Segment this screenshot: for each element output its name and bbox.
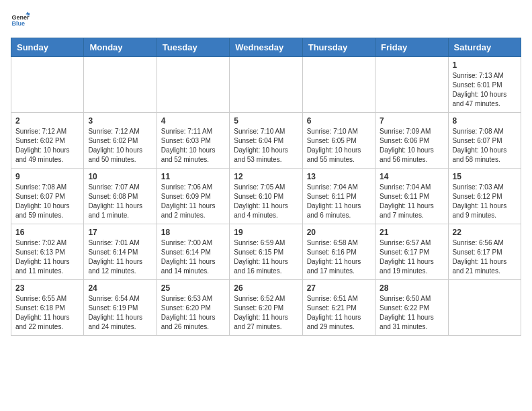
day-number: 6 — [307, 116, 371, 126]
day-number: 25 — [161, 283, 225, 293]
calendar-cell: 2Sunrise: 7:12 AM Sunset: 6:02 PM Daylig… — [11, 113, 84, 169]
calendar-cell: 14Sunrise: 7:04 AM Sunset: 6:11 PM Dayli… — [375, 169, 448, 224]
calendar-cell: 16Sunrise: 7:02 AM Sunset: 6:13 PM Dayli… — [11, 224, 84, 280]
calendar-week-1: 1Sunrise: 7:13 AM Sunset: 6:01 PM Daylig… — [11, 57, 521, 113]
day-number: 5 — [234, 116, 298, 126]
day-info: Sunrise: 7:01 AM Sunset: 6:14 PM Dayligh… — [88, 238, 152, 276]
day-number: 16 — [15, 228, 79, 237]
day-info: Sunrise: 6:52 AM Sunset: 6:20 PM Dayligh… — [234, 294, 298, 332]
calendar-table: SundayMondayTuesdayWednesdayThursdayFrid… — [11, 38, 521, 336]
calendar-cell: 19Sunrise: 6:59 AM Sunset: 6:15 PM Dayli… — [230, 224, 302, 280]
day-number: 19 — [234, 228, 298, 237]
calendar-cell — [157, 57, 229, 113]
col-header-monday: Monday — [84, 38, 157, 57]
day-number: 22 — [453, 228, 517, 237]
day-number: 2 — [15, 116, 79, 126]
day-number: 14 — [380, 172, 443, 181]
calendar-cell — [11, 57, 84, 113]
day-info: Sunrise: 6:51 AM Sunset: 6:21 PM Dayligh… — [307, 294, 371, 332]
calendar-cell: 20Sunrise: 6:58 AM Sunset: 6:16 PM Dayli… — [302, 224, 375, 280]
calendar-cell: 7Sunrise: 7:09 AM Sunset: 6:06 PM Daylig… — [375, 113, 448, 169]
calendar-cell: 18Sunrise: 7:00 AM Sunset: 6:14 PM Dayli… — [157, 224, 229, 280]
calendar-cell: 15Sunrise: 7:03 AM Sunset: 6:12 PM Dayli… — [448, 169, 521, 224]
day-number: 23 — [15, 283, 79, 293]
calendar-cell: 28Sunrise: 6:50 AM Sunset: 6:22 PM Dayli… — [375, 280, 448, 336]
day-info: Sunrise: 6:57 AM Sunset: 6:17 PM Dayligh… — [380, 238, 443, 276]
calendar-cell: 9Sunrise: 7:08 AM Sunset: 6:07 PM Daylig… — [11, 169, 84, 224]
svg-text:General: General — [11, 14, 30, 21]
day-number: 1 — [453, 60, 517, 70]
svg-text:Blue: Blue — [11, 20, 25, 27]
calendar-cell: 17Sunrise: 7:01 AM Sunset: 6:14 PM Dayli… — [84, 224, 157, 280]
day-info: Sunrise: 7:08 AM Sunset: 6:07 PM Dayligh… — [15, 183, 79, 220]
day-number: 27 — [307, 283, 371, 293]
day-number: 3 — [88, 116, 152, 126]
day-number: 24 — [88, 283, 152, 293]
day-info: Sunrise: 7:12 AM Sunset: 6:02 PM Dayligh… — [15, 127, 79, 165]
day-info: Sunrise: 7:04 AM Sunset: 6:11 PM Dayligh… — [307, 183, 371, 220]
logo-icon: General Blue — [11, 11, 30, 30]
page-header: General Blue — [11, 11, 521, 30]
day-number: 4 — [161, 116, 225, 126]
calendar-cell: 26Sunrise: 6:52 AM Sunset: 6:20 PM Dayli… — [230, 280, 302, 336]
calendar-cell: 5Sunrise: 7:10 AM Sunset: 6:04 PM Daylig… — [230, 113, 302, 169]
day-number: 9 — [15, 172, 79, 181]
calendar-cell — [84, 57, 157, 113]
day-info: Sunrise: 7:10 AM Sunset: 6:05 PM Dayligh… — [307, 127, 371, 165]
calendar-cell: 24Sunrise: 6:54 AM Sunset: 6:19 PM Dayli… — [84, 280, 157, 336]
day-info: Sunrise: 7:09 AM Sunset: 6:06 PM Dayligh… — [380, 127, 443, 165]
day-info: Sunrise: 6:56 AM Sunset: 6:17 PM Dayligh… — [453, 238, 517, 276]
day-info: Sunrise: 7:02 AM Sunset: 6:13 PM Dayligh… — [15, 238, 79, 276]
day-number: 7 — [380, 116, 443, 126]
calendar-cell: 12Sunrise: 7:05 AM Sunset: 6:10 PM Dayli… — [230, 169, 302, 224]
calendar-header-row: SundayMondayTuesdayWednesdayThursdayFrid… — [11, 38, 521, 57]
calendar-week-4: 16Sunrise: 7:02 AM Sunset: 6:13 PM Dayli… — [11, 224, 521, 280]
day-number: 18 — [161, 228, 225, 237]
day-info: Sunrise: 7:13 AM Sunset: 6:01 PM Dayligh… — [453, 71, 517, 109]
calendar-cell: 10Sunrise: 7:07 AM Sunset: 6:08 PM Dayli… — [84, 169, 157, 224]
calendar-cell: 27Sunrise: 6:51 AM Sunset: 6:21 PM Dayli… — [302, 280, 375, 336]
col-header-sunday: Sunday — [11, 38, 84, 57]
day-info: Sunrise: 7:07 AM Sunset: 6:08 PM Dayligh… — [88, 183, 152, 220]
day-info: Sunrise: 7:11 AM Sunset: 6:03 PM Dayligh… — [161, 127, 225, 165]
calendar-cell — [302, 57, 375, 113]
day-info: Sunrise: 6:50 AM Sunset: 6:22 PM Dayligh… — [380, 294, 443, 332]
day-info: Sunrise: 7:06 AM Sunset: 6:09 PM Dayligh… — [161, 183, 225, 220]
day-info: Sunrise: 6:55 AM Sunset: 6:18 PM Dayligh… — [15, 294, 79, 332]
col-header-thursday: Thursday — [302, 38, 375, 57]
calendar-cell — [448, 280, 521, 336]
calendar-cell: 6Sunrise: 7:10 AM Sunset: 6:05 PM Daylig… — [302, 113, 375, 169]
calendar-cell: 4Sunrise: 7:11 AM Sunset: 6:03 PM Daylig… — [157, 113, 229, 169]
calendar-cell: 25Sunrise: 6:53 AM Sunset: 6:20 PM Dayli… — [157, 280, 229, 336]
calendar-cell: 11Sunrise: 7:06 AM Sunset: 6:09 PM Dayli… — [157, 169, 229, 224]
day-number: 8 — [453, 116, 517, 126]
day-number: 15 — [453, 172, 517, 181]
day-number: 26 — [234, 283, 298, 293]
logo: General Blue — [11, 11, 30, 30]
calendar-week-2: 2Sunrise: 7:12 AM Sunset: 6:02 PM Daylig… — [11, 113, 521, 169]
day-info: Sunrise: 7:00 AM Sunset: 6:14 PM Dayligh… — [161, 238, 225, 276]
calendar-cell: 22Sunrise: 6:56 AM Sunset: 6:17 PM Dayli… — [448, 224, 521, 280]
day-number: 11 — [161, 172, 225, 181]
calendar-cell — [375, 57, 448, 113]
calendar-cell: 21Sunrise: 6:57 AM Sunset: 6:17 PM Dayli… — [375, 224, 448, 280]
day-number: 10 — [88, 172, 152, 181]
calendar-week-5: 23Sunrise: 6:55 AM Sunset: 6:18 PM Dayli… — [11, 280, 521, 336]
calendar-cell: 13Sunrise: 7:04 AM Sunset: 6:11 PM Dayli… — [302, 169, 375, 224]
calendar-cell: 8Sunrise: 7:08 AM Sunset: 6:07 PM Daylig… — [448, 113, 521, 169]
day-number: 12 — [234, 172, 298, 181]
col-header-saturday: Saturday — [448, 38, 521, 57]
col-header-wednesday: Wednesday — [230, 38, 302, 57]
day-info: Sunrise: 7:04 AM Sunset: 6:11 PM Dayligh… — [380, 183, 443, 220]
day-info: Sunrise: 7:10 AM Sunset: 6:04 PM Dayligh… — [234, 127, 298, 165]
col-header-tuesday: Tuesday — [157, 38, 229, 57]
calendar-cell: 1Sunrise: 7:13 AM Sunset: 6:01 PM Daylig… — [448, 57, 521, 113]
calendar-cell: 3Sunrise: 7:12 AM Sunset: 6:02 PM Daylig… — [84, 113, 157, 169]
day-info: Sunrise: 7:05 AM Sunset: 6:10 PM Dayligh… — [234, 183, 298, 220]
day-info: Sunrise: 7:12 AM Sunset: 6:02 PM Dayligh… — [88, 127, 152, 165]
day-info: Sunrise: 6:59 AM Sunset: 6:15 PM Dayligh… — [234, 238, 298, 276]
day-number: 20 — [307, 228, 371, 237]
calendar-week-3: 9Sunrise: 7:08 AM Sunset: 6:07 PM Daylig… — [11, 169, 521, 224]
calendar-cell — [230, 57, 302, 113]
day-info: Sunrise: 6:58 AM Sunset: 6:16 PM Dayligh… — [307, 238, 371, 276]
